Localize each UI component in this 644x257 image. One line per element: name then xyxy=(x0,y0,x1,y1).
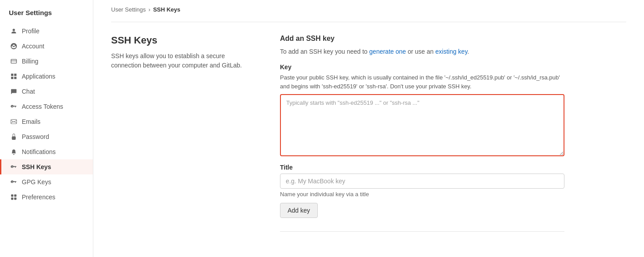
sidebar-item-preferences-label: Preferences xyxy=(22,194,55,201)
sidebar-item-applications[interactable]: Applications xyxy=(0,69,93,84)
title-input[interactable] xyxy=(280,174,564,189)
breadcrumb-separator: › xyxy=(148,6,150,13)
sidebar-item-ssh-keys-label: SSH Keys xyxy=(22,163,51,170)
key-description: Paste your public SSH key, which is usua… xyxy=(280,73,564,91)
svg-rect-0 xyxy=(11,59,16,63)
divider xyxy=(280,231,564,232)
svg-rect-3 xyxy=(14,74,16,76)
svg-rect-2 xyxy=(11,74,13,76)
preferences-icon xyxy=(10,194,17,201)
sidebar-item-account-label: Account xyxy=(22,43,44,50)
page-description: SSH keys allow you to establish a secure… xyxy=(111,51,253,70)
breadcrumb: User Settings › SSH Keys xyxy=(111,0,626,22)
notifications-icon xyxy=(10,148,17,155)
page-title: SSH Keys xyxy=(111,35,253,46)
sidebar-title: User Settings xyxy=(0,4,93,24)
sidebar-item-account[interactable]: Account xyxy=(0,39,93,54)
sidebar-item-emails[interactable]: Emails xyxy=(0,114,93,129)
existing-key-link[interactable]: existing key xyxy=(436,48,468,55)
sidebar-item-billing-label: Billing xyxy=(22,58,38,65)
sidebar-item-ssh-keys[interactable]: SSH Keys xyxy=(0,159,93,174)
sidebar-item-emails-label: Emails xyxy=(22,118,40,125)
access-tokens-icon xyxy=(10,103,17,110)
profile-icon xyxy=(10,28,17,35)
intro-after: . xyxy=(468,48,469,55)
sidebar-item-chat-label: Chat xyxy=(22,88,35,95)
title-label: Title xyxy=(280,164,564,171)
gpg-keys-icon xyxy=(10,178,17,186)
add-section-intro: To add an SSH key you need to generate o… xyxy=(280,47,564,56)
applications-icon xyxy=(10,73,17,80)
add-section-title: Add an SSH key xyxy=(280,35,564,43)
sidebar: User Settings Profile Account Billing Ap… xyxy=(0,0,93,257)
title-hint: Name your individual key via a title xyxy=(280,191,564,198)
svg-rect-4 xyxy=(11,77,13,79)
sidebar-item-password-label: Password xyxy=(22,133,49,140)
sidebar-item-preferences[interactable]: Preferences xyxy=(0,190,93,205)
sidebar-item-notifications[interactable]: Notifications xyxy=(0,144,93,159)
billing-icon xyxy=(10,58,17,65)
breadcrumb-parent[interactable]: User Settings xyxy=(111,6,146,13)
emails-icon xyxy=(10,118,17,125)
add-key-button[interactable]: Add key xyxy=(280,203,318,218)
ssh-keys-icon xyxy=(10,163,17,170)
sidebar-item-access-tokens-label: Access Tokens xyxy=(22,103,63,110)
intro-between: or use an xyxy=(406,48,435,55)
right-panel: Add an SSH key To add an SSH key you nee… xyxy=(280,35,564,232)
sidebar-item-profile[interactable]: Profile xyxy=(0,24,93,39)
intro-before-link1: To add an SSH key you need to xyxy=(280,48,369,55)
breadcrumb-current: SSH Keys xyxy=(153,6,180,13)
main-content: User Settings › SSH Keys SSH Keys SSH ke… xyxy=(93,0,644,257)
sidebar-item-access-tokens[interactable]: Access Tokens xyxy=(0,99,93,114)
account-icon xyxy=(10,43,17,50)
left-panel: SSH Keys SSH keys allow you to establish… xyxy=(111,35,253,232)
password-icon xyxy=(10,133,17,140)
key-textarea[interactable] xyxy=(280,94,564,156)
generate-one-link[interactable]: generate one xyxy=(369,48,406,55)
sidebar-item-billing[interactable]: Billing xyxy=(0,54,93,69)
chat-icon xyxy=(10,88,17,95)
sidebar-item-notifications-label: Notifications xyxy=(22,148,56,155)
sidebar-item-gpg-keys-label: GPG Keys xyxy=(22,178,51,186)
svg-rect-5 xyxy=(14,77,16,79)
sidebar-item-gpg-keys[interactable]: GPG Keys xyxy=(0,174,93,190)
key-label: Key xyxy=(280,63,564,71)
sidebar-item-password[interactable]: Password xyxy=(0,129,93,144)
content-area: SSH Keys SSH keys allow you to establish… xyxy=(111,35,626,232)
sidebar-item-applications-label: Applications xyxy=(22,73,56,80)
sidebar-item-chat[interactable]: Chat xyxy=(0,84,93,99)
sidebar-item-profile-label: Profile xyxy=(22,28,40,35)
